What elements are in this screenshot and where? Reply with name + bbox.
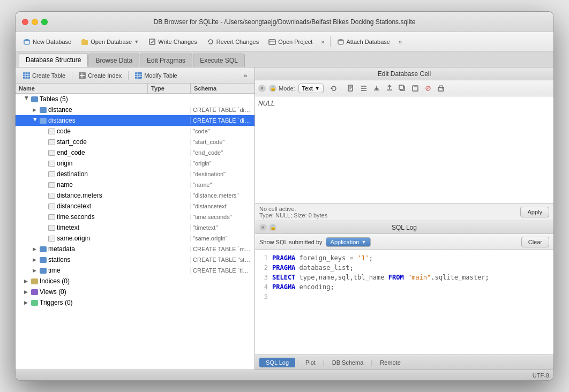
col-startcode-row[interactable]: ▶ start_code "start_code" [16,137,254,147]
col-sameorigin-label: same.origin [57,235,90,242]
col-disttext-icon [48,203,55,209]
sql-log-close-icon[interactable]: ✕ [259,224,267,231]
edit-cell-close-icon[interactable]: ✕ [258,85,266,92]
col-timesec-row[interactable]: ▶ time.seconds "time.seconds" [16,212,254,222]
bottom-tab-remote[interactable]: Remote [373,358,407,367]
close-button[interactable] [22,19,28,25]
col-destination-row[interactable]: ▶ destination "destination" [16,169,254,179]
col-disttext-row[interactable]: ▶ distancetext "distancetext" [16,201,254,212]
create-index-icon [79,72,86,79]
revert-changes-button[interactable]: Revert Changes [203,36,264,47]
stations-row[interactable]: ▶ stations CREATE TABLE "stations" ( [16,254,254,265]
sql-log-lock-icon[interactable]: 🔒 [269,224,276,231]
col-sameorigin-row[interactable]: ▶ same.origin "same.origin" [16,233,254,244]
tab-edit-pragmas[interactable]: Edit Pragmas [140,54,192,67]
col-timetext-schema: "timetext" [190,224,254,231]
col-startcode-label: start_code [57,138,87,146]
col-disttext-schema: "distancetext" [190,203,254,209]
edit-btn-7[interactable] [422,82,434,94]
views-group-row[interactable]: ▶ Views (0) [16,287,254,297]
edit-doc-icon [347,85,355,92]
attach-database-label: Attach Database [347,39,390,45]
modify-table-button[interactable]: Modify Table [131,71,182,80]
bottom-tab-sql-log[interactable]: SQL Log [259,358,295,367]
col-endcode-label: end_code [57,149,85,156]
open-project-button[interactable]: Open Project [264,36,317,47]
tab-database-structure[interactable]: Database Structure [19,53,88,67]
tables-group-row[interactable]: ▶ Tables (5) [16,94,254,104]
col-distmeters-row[interactable]: ▶ distance.meters "distance.meters" [16,190,254,201]
col-endcode-row[interactable]: ▶ end_code "end_code" [16,147,254,158]
edit-cell-header: Edit Database Cell [255,67,553,80]
clear-button[interactable]: Clear [521,237,549,247]
sql-line-4: 4 PRAGMA encoding; [259,282,549,292]
distance-row[interactable]: ▶ distance CREATE TABLE `distance` ( [16,104,254,115]
attach-database-button[interactable]: Attach Database [333,36,394,47]
distances-row[interactable]: ▶ distances CREATE TABLE `distances` [16,115,254,126]
col-startcode-icon [48,139,55,145]
sub-toolbar-more[interactable]: » [239,71,251,80]
tree-header: Name Type Schema [16,84,254,94]
triggers-group-row[interactable]: ▶ Triggers (0) [16,297,254,308]
create-index-button[interactable]: Create Index [74,71,126,80]
apply-button[interactable]: Apply [520,207,549,217]
edit-btn-5[interactable] [396,82,408,94]
distances-label: distances [48,117,76,124]
create-table-button[interactable]: Create Table [19,71,70,80]
edit-btn-2[interactable] [358,82,370,94]
open-database-button[interactable]: Open Database ▼ [77,36,143,47]
edit-btn-3[interactable] [371,82,383,94]
edit-refresh-button[interactable] [328,82,340,94]
sql-log-content: 1 PRAGMA foreign_keys = '1'; 2 PRAGMA da… [255,250,553,355]
sub-toolbar: Create Table Create Index [16,67,254,84]
new-database-button[interactable]: New Database [19,36,76,47]
bottom-tab-db-schema[interactable]: DB Schema [326,358,370,367]
sql-code-3: SELECT type,name,sql,tbl_name FROM "main… [272,273,489,282]
toolbar-more-1[interactable]: » [318,37,327,47]
lineno-1: 1 [259,253,268,263]
bottom-tab-sep-1: | [296,359,298,366]
col-origin-row[interactable]: ▶ origin "origin" [16,158,254,169]
toolbar-more-2[interactable]: » [395,37,405,47]
stations-schema-cell: CREATE TABLE "stations" ( [190,257,254,263]
minimize-button[interactable] [32,19,38,25]
sql-source-select[interactable]: Application ▼ [326,237,371,247]
sql-line-5: 5 [259,292,549,301]
edit-btn-8[interactable] [435,82,447,94]
sql-code-1: PRAGMA foreign_keys = '1'; [272,253,373,263]
col-name-row[interactable]: ▶ name "name" [16,179,254,190]
tab-browse-data[interactable]: Browse Data [88,54,139,67]
col-header-type: Type [147,84,190,93]
maximize-button[interactable] [41,19,48,25]
bottom-tab-plot[interactable]: Plot [299,358,322,367]
indices-group-label: Indices (0) [40,277,70,285]
col-code-row[interactable]: ▶ code "code" [16,126,254,137]
col-origin-label: origin [57,160,72,167]
col-timetext-row[interactable]: ▶ timetext "timetext" [16,222,254,233]
time-row[interactable]: ▶ time CREATE TABLE `time` ( `fie [16,265,254,276]
open-db-icon [81,38,88,46]
main-content: Create Table Create Index [16,67,553,370]
col-disttext-label: distancetext [57,202,91,210]
distance-label: distance [48,106,72,114]
triggers-group-label: Triggers (0) [40,299,73,306]
svg-rect-3 [269,40,275,44]
mode-select[interactable]: Text ▼ [298,84,324,93]
edit-btn-6[interactable] [409,82,421,94]
toolbar-sep-1 [330,36,331,47]
edit-cell-toolbar: ✕ 🔒 Mode: Text ▼ [255,80,553,96]
sql-line-3: 3 SELECT type,name,sql,tbl_name FROM "ma… [259,273,549,282]
svg-rect-12 [414,85,417,87]
edit-cell-lock-icon[interactable]: 🔒 [269,85,276,92]
tab-execute-sql[interactable]: Execute SQL [193,54,245,67]
indices-group-row[interactable]: ▶ Indices (0) [16,276,254,287]
col-dest-icon [48,171,55,177]
edit-btn-1[interactable] [345,82,357,94]
col-code-icon [48,129,55,134]
metadata-row[interactable]: ▶ metadata CREATE TABLE `metadata` [16,244,254,254]
edit-btn-4[interactable] [384,82,395,94]
write-changes-button[interactable]: Write Changes [144,36,201,47]
left-panel: Create Table Create Index [16,67,255,370]
col-endcode-icon [48,150,55,156]
col-code-schema: "code" [190,128,254,134]
